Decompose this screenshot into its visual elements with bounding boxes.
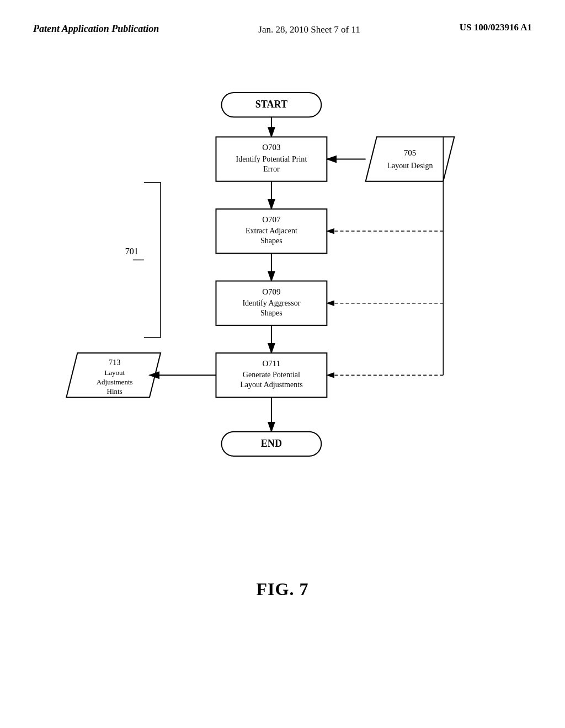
- para-705: [366, 137, 455, 181]
- box-703-line3: Error: [263, 164, 280, 173]
- para-713-line3: Adjustments: [97, 378, 133, 387]
- date-sheet-label: Jan. 28, 2010 Sheet 7 of 11: [258, 24, 360, 35]
- end-label: END: [261, 438, 282, 449]
- box-709-line2: Identify Aggressor: [242, 298, 300, 307]
- para-705-line2: Layout Design: [387, 161, 433, 170]
- patent-number-label: US 100/023916 A1: [460, 22, 532, 33]
- box-703-line1: O703: [262, 143, 280, 152]
- box-711-line3: Layout Adjustments: [240, 381, 303, 389]
- label-701: 701: [125, 247, 138, 256]
- box-703-line2: Identify Potential Print: [236, 154, 307, 163]
- header: Patent Application Publication Jan. 28, …: [33, 22, 532, 37]
- para-705-line1: 705: [404, 149, 417, 158]
- header-right: US 100/023916 A1: [460, 22, 532, 33]
- header-left: Patent Application Publication: [33, 22, 159, 36]
- para-713-line1: 713: [109, 358, 120, 367]
- box-707-line3: Shapes: [260, 236, 282, 245]
- para-713-line2: Layout: [104, 368, 125, 377]
- box-707-line1: O707: [262, 215, 281, 224]
- diagram-area: START O703 Identify Potential Print Erro…: [33, 53, 532, 633]
- flowchart-svg: START O703 Identify Potential Print Erro…: [33, 53, 532, 633]
- header-center: Jan. 28, 2010 Sheet 7 of 11: [258, 22, 360, 37]
- box-709-line3: Shapes: [260, 308, 282, 317]
- box-709-line1: O709: [262, 287, 280, 296]
- figure-caption: FIG. 7: [257, 579, 309, 599]
- page: Patent Application Publication Jan. 28, …: [0, 0, 565, 728]
- para-713-line4: Hints: [107, 388, 122, 396]
- publication-label: Patent Application Publication: [33, 23, 159, 34]
- start-label: START: [255, 99, 287, 110]
- box-711-line2: Generate Potential: [243, 370, 300, 379]
- box-711-line1: O711: [262, 359, 280, 368]
- box-707-line2: Extract Adjacent: [246, 226, 297, 235]
